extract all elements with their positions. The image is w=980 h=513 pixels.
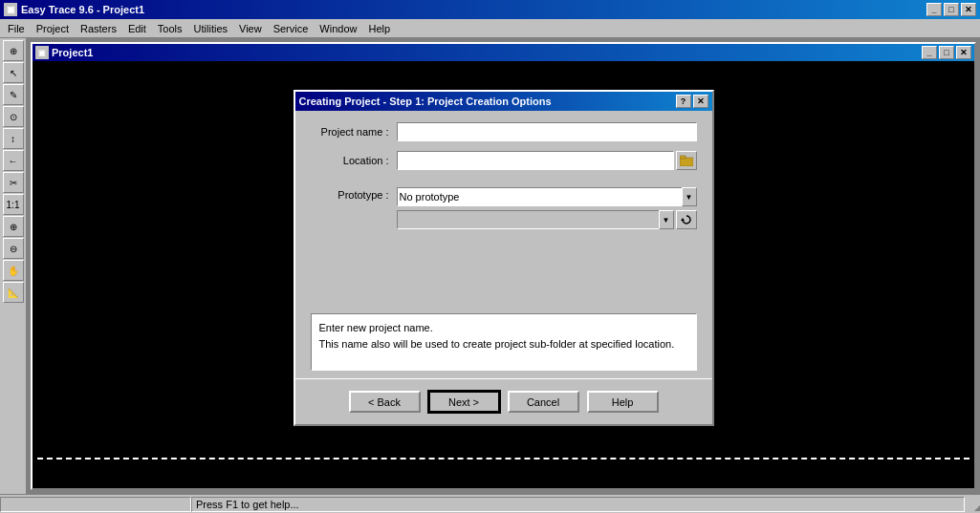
dialog-title: Creating Project - Step 1: Project Creat… <box>299 96 552 107</box>
status-corner: ◢ <box>965 497 980 512</box>
dialog: Creating Project - Step 1: Project Creat… <box>294 90 714 426</box>
tool-select[interactable]: ↖ <box>3 62 24 83</box>
canvas-area: ▣ Project1 _ □ ✕ C <box>27 38 980 494</box>
prototype-select-wrapper: No prototype ▼ <box>397 187 697 206</box>
tool-back[interactable]: ← <box>3 150 24 171</box>
menu-view[interactable]: View <box>233 21 268 36</box>
dialog-button-row: < Back Next > Cancel Help <box>295 385 712 424</box>
tool-zoom-out[interactable]: ⊖ <box>3 238 24 259</box>
status-message-text: Press F1 to get help... <box>196 499 299 510</box>
close-button[interactable]: ✕ <box>961 3 976 16</box>
dialog-titlebar-controls: ? ✕ <box>676 95 708 108</box>
next-button[interactable]: Next > <box>428 391 500 413</box>
info-box: Enter new project name. This name also w… <box>311 313 697 371</box>
menu-file[interactable]: File <box>2 21 31 36</box>
second-select[interactable] <box>397 210 674 229</box>
status-message: Press F1 to get help... <box>191 497 965 512</box>
dialog-help-icon[interactable]: ? <box>676 95 691 108</box>
location-row: Location : <box>311 151 697 170</box>
inner-minimize-button[interactable]: _ <box>922 46 937 59</box>
menu-utilities[interactable]: Utilities <box>188 21 233 36</box>
prototype-controls: No prototype ▼ <box>397 187 697 229</box>
menu-bar: File Project Rasters Edit Tools Utilitie… <box>0 19 980 38</box>
inner-window-titlebar: ▣ Project1 _ □ ✕ <box>33 44 974 61</box>
svg-rect-0 <box>680 158 693 166</box>
menu-window[interactable]: Window <box>314 21 362 36</box>
inner-window-icon: ▣ <box>35 46 49 59</box>
svg-rect-1 <box>680 156 686 159</box>
app-content: ⊕ ↖ ✎ ⊙ ↕ ← ✂ 1:1 ⊕ ⊖ ✋ 📐 ▣ Project1 <box>0 38 980 494</box>
minimize-button[interactable]: _ <box>926 3 942 16</box>
dialog-separator <box>295 378 712 379</box>
project-name-row: Project name : <box>311 122 697 141</box>
tool-zoom-in[interactable]: ⊕ <box>3 216 24 237</box>
menu-tools[interactable]: Tools <box>152 21 188 36</box>
menu-edit[interactable]: Edit <box>122 21 152 36</box>
app-title: Easy Trace 9.6 - Project1 <box>21 4 144 15</box>
second-select-button[interactable] <box>676 210 697 229</box>
menu-help[interactable]: Help <box>362 21 396 36</box>
inner-maximize-button[interactable]: □ <box>939 46 954 59</box>
svg-marker-2 <box>681 218 685 221</box>
app-titlebar-left: ▣ Easy Trace 9.6 - Project1 <box>4 3 144 16</box>
tool-cut[interactable]: ✂ <box>3 172 24 193</box>
location-label: Location : <box>311 155 397 166</box>
status-left <box>0 497 191 512</box>
location-input[interactable] <box>397 151 674 170</box>
tool-circle[interactable]: ⊙ <box>3 106 24 127</box>
back-button[interactable]: < Back <box>349 391 421 413</box>
canvas-black: Creating Project - Step 1: Project Creat… <box>33 61 974 488</box>
tool-pencil[interactable]: ✎ <box>3 84 24 105</box>
second-select-wrapper: ▼ <box>397 210 674 229</box>
prototype-row: Prototype : No prototype ▼ <box>311 187 697 229</box>
menu-rasters[interactable]: Rasters <box>75 21 122 36</box>
maximize-button[interactable]: □ <box>944 3 959 16</box>
dialog-close-icon[interactable]: ✕ <box>693 95 708 108</box>
inner-window: ▣ Project1 _ □ ✕ C <box>31 42 976 490</box>
app-icon: ▣ <box>4 3 17 16</box>
toolbar-left: ⊕ ↖ ✎ ⊙ ↕ ← ✂ 1:1 ⊕ ⊖ ✋ 📐 <box>0 38 27 494</box>
prototype-label: Prototype : <box>311 187 397 201</box>
info-line2: This name also will be used to create pr… <box>319 336 688 353</box>
status-bar: Press F1 to get help... ◢ <box>0 494 980 513</box>
info-line1: Enter new project name. <box>319 320 688 336</box>
dialog-spacer <box>311 235 697 302</box>
inner-window-controls: _ □ ✕ <box>922 46 971 59</box>
project-name-label: Project name : <box>311 126 397 138</box>
browse-button[interactable] <box>676 151 697 170</box>
inner-close-button[interactable]: ✕ <box>956 46 971 59</box>
tool-measure[interactable]: 📐 <box>3 282 24 303</box>
project-name-input[interactable] <box>397 122 697 141</box>
tool-pan[interactable]: ✋ <box>3 260 24 281</box>
dialog-content: Project name : Location : <box>295 111 712 313</box>
tool-1to1[interactable]: 1:1 <box>3 194 24 215</box>
folder-icon <box>680 155 693 166</box>
canvas-dashed-line <box>37 458 969 460</box>
menu-project[interactable]: Project <box>31 21 75 36</box>
app-titlebar: ▣ Easy Trace 9.6 - Project1 _ □ ✕ <box>0 0 980 19</box>
second-select-row: ▼ <box>397 210 697 229</box>
tool-pointer[interactable]: ⊕ <box>3 40 24 61</box>
location-input-group <box>397 151 697 170</box>
prototype-select[interactable]: No prototype <box>397 187 697 206</box>
help-button[interactable]: Help <box>587 391 659 413</box>
tool-move[interactable]: ↕ <box>3 128 24 149</box>
dialog-titlebar: Creating Project - Step 1: Project Creat… <box>295 92 712 111</box>
menu-service[interactable]: Service <box>268 21 315 36</box>
cancel-button[interactable]: Cancel <box>508 391 579 413</box>
inner-window-title: Project1 <box>52 47 93 58</box>
refresh-icon <box>681 214 692 225</box>
app-window: ▣ Easy Trace 9.6 - Project1 _ □ ✕ File P… <box>0 0 980 513</box>
app-title-controls: _ □ ✕ <box>926 3 976 16</box>
